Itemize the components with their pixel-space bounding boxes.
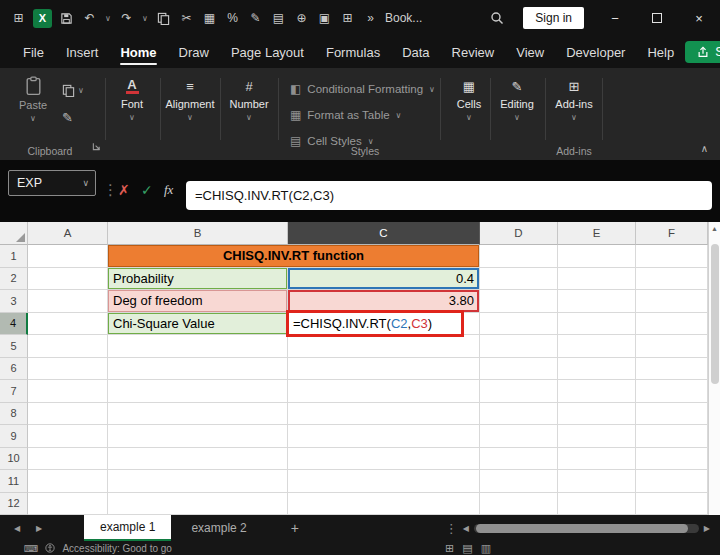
cell[interactable]	[480, 493, 558, 516]
grid-icon[interactable]: ⊞	[339, 9, 356, 27]
cell[interactable]	[28, 470, 108, 493]
maximize-button[interactable]	[636, 0, 678, 36]
insert-function-icon[interactable]: fx	[164, 182, 173, 198]
cell[interactable]	[558, 335, 636, 358]
undo-dropdown-caret-icon[interactable]: ∨	[104, 9, 112, 27]
scroll-up-icon[interactable]: ▲	[709, 222, 720, 232]
row-header-7[interactable]: 7	[0, 380, 28, 403]
cell-F3[interactable]	[636, 290, 708, 313]
sign-in-button[interactable]: Sign in	[523, 7, 584, 29]
column-header-A[interactable]: A	[28, 222, 108, 245]
page-layout-view-icon[interactable]: ▤	[462, 542, 472, 555]
copy-icon[interactable]	[155, 9, 172, 27]
name-box[interactable]: EXP ∨	[8, 170, 96, 196]
menu-tab-developer[interactable]: Developer	[555, 36, 636, 68]
clipboard-dialog-launcher-icon[interactable]	[92, 137, 101, 155]
row-header-6[interactable]: 6	[0, 358, 28, 381]
row-header-2[interactable]: 2	[0, 268, 28, 291]
document-icon[interactable]: ▤	[270, 9, 287, 27]
cell[interactable]	[108, 403, 288, 426]
cell[interactable]	[558, 448, 636, 471]
cell[interactable]	[636, 380, 708, 403]
font-group-button[interactable]: A Font ∨	[110, 78, 154, 122]
alignment-group-button[interactable]: ≡ Alignment ∨	[164, 78, 216, 122]
cell-F2[interactable]	[636, 268, 708, 291]
menu-tab-draw[interactable]: Draw	[168, 36, 220, 68]
cell[interactable]	[558, 403, 636, 426]
cell[interactable]	[480, 448, 558, 471]
cell[interactable]	[480, 425, 558, 448]
cell-B4[interactable]: Chi-Square Value	[108, 313, 288, 336]
page-break-view-icon[interactable]: ▥	[481, 542, 491, 555]
cell[interactable]	[558, 380, 636, 403]
horizontal-scrollbar-track[interactable]	[474, 524, 699, 533]
close-button[interactable]: ×	[678, 0, 720, 36]
sheet-tab-example-2[interactable]: example 2	[175, 515, 262, 541]
cell[interactable]	[558, 493, 636, 516]
cell-A2[interactable]	[28, 268, 108, 291]
cell[interactable]	[288, 403, 480, 426]
cell[interactable]	[636, 470, 708, 493]
cell[interactable]	[28, 380, 108, 403]
menu-tab-data[interactable]: Data	[391, 36, 440, 68]
percent-icon[interactable]: %	[224, 9, 241, 27]
menu-tab-file[interactable]: File	[12, 36, 55, 68]
cell-D1[interactable]	[480, 245, 558, 268]
cell-A3[interactable]	[28, 290, 108, 313]
column-header-C[interactable]: C	[288, 222, 480, 245]
menu-tab-formulas[interactable]: Formulas	[315, 36, 391, 68]
cell[interactable]	[288, 358, 480, 381]
cell[interactable]	[108, 358, 288, 381]
row-header-9[interactable]: 9	[0, 425, 28, 448]
cell-C4-formula[interactable]: =CHISQ.INV.RT(C2,C3)	[288, 313, 480, 336]
cell[interactable]	[636, 358, 708, 381]
scroll-left-icon[interactable]: ◀	[463, 524, 469, 533]
camera-icon[interactable]: ▣	[316, 9, 333, 27]
cell[interactable]	[288, 335, 480, 358]
cell[interactable]	[480, 470, 558, 493]
number-group-button[interactable]: # Number ∨	[226, 78, 272, 122]
row-header-12[interactable]: 12	[0, 493, 28, 516]
cell[interactable]	[636, 448, 708, 471]
save-icon[interactable]	[58, 9, 75, 27]
collapse-ribbon-icon[interactable]: ∧	[701, 143, 708, 154]
scroll-right-icon[interactable]: ▶	[704, 524, 710, 533]
next-sheet-icon[interactable]: ▶	[28, 524, 50, 533]
undo-icon[interactable]: ↶	[81, 9, 98, 27]
row-header-8[interactable]: 8	[0, 403, 28, 426]
cancel-icon[interactable]: ✗	[118, 182, 130, 198]
cell-E3[interactable]	[558, 290, 636, 313]
vertical-scrollbar-thumb[interactable]	[711, 244, 719, 384]
menu-tab-home[interactable]: Home	[109, 36, 167, 68]
horizontal-scrollbar-thumb[interactable]	[476, 524, 688, 533]
cell[interactable]	[636, 335, 708, 358]
column-header-B[interactable]: B	[108, 222, 288, 245]
column-header-F[interactable]: F	[636, 222, 708, 245]
minimize-button[interactable]: −	[594, 0, 636, 36]
cell[interactable]	[108, 493, 288, 516]
cell[interactable]	[288, 493, 480, 516]
add-icon[interactable]: ⊕	[293, 9, 310, 27]
cell[interactable]	[288, 470, 480, 493]
cell-B2[interactable]: Probability	[108, 268, 288, 291]
tab-options-icon[interactable]: ⋮	[445, 521, 458, 536]
cell[interactable]	[108, 470, 288, 493]
menu-tab-insert[interactable]: Insert	[55, 36, 110, 68]
copy-button[interactable]: ∨	[62, 84, 84, 97]
name-box-caret-icon[interactable]: ∨	[82, 178, 95, 188]
row-header-11[interactable]: 11	[0, 470, 28, 493]
app-icon[interactable]: ⊞	[10, 9, 27, 27]
cell[interactable]	[288, 380, 480, 403]
cell[interactable]	[480, 380, 558, 403]
cell-F1[interactable]	[636, 245, 708, 268]
cell[interactable]	[288, 425, 480, 448]
redo-icon[interactable]: ↷	[118, 9, 135, 27]
format-painter-button[interactable]: ✎	[62, 110, 73, 125]
cell[interactable]	[108, 425, 288, 448]
cell[interactable]	[558, 358, 636, 381]
cell-C3[interactable]: 3.80	[288, 290, 480, 313]
editing-group-button[interactable]: ✎ Editing ∨	[494, 78, 540, 122]
cell[interactable]	[636, 493, 708, 516]
share-button[interactable]: Share	[685, 41, 720, 63]
row-header-1[interactable]: 1	[0, 245, 28, 268]
